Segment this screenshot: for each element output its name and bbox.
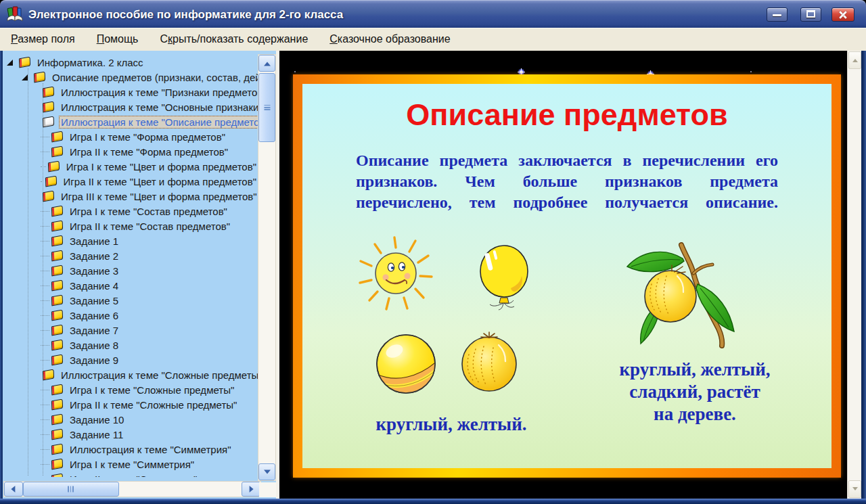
tree-item-label: Задание 11 [68, 428, 125, 441]
book-yellow-icon [51, 294, 63, 306]
vertical-scroll-thumb[interactable] [258, 73, 275, 142]
tree-item-label: Игра I к теме "Состав предметов" [68, 205, 229, 218]
tree-item-label: Задание 7 [68, 324, 120, 337]
close-button[interactable] [831, 7, 854, 22]
tree-item-label: Игра II к теме "Состав предметов" [68, 220, 232, 233]
tree-item[interactable]: Игра II к теме "Состав предметов" [3, 219, 258, 233]
tree-item[interactable]: Задание 2 [3, 248, 258, 263]
book-yellow-icon [19, 56, 30, 68]
scroll-down-button[interactable] [848, 480, 861, 498]
tree-item[interactable]: Задание 3 [3, 263, 258, 278]
tree-item-label: Задание 4 [68, 279, 120, 292]
slide-paragraph: Описание предмета заключается в перечисл… [356, 150, 778, 213]
tree-item[interactable]: Иллюстрация к теме "Основные признаки" [3, 99, 258, 114]
content-vertical-scrollbar[interactable] [847, 51, 862, 499]
tree-item[interactable]: Задание 11 [3, 427, 258, 442]
caption-line: круглый, желтый, [585, 359, 804, 381]
maximize-button[interactable] [800, 7, 821, 22]
tree-item[interactable]: Игра III к теме "Цвет и форма предметов" [3, 189, 258, 204]
tree-vertical-scrollbar[interactable] [258, 54, 276, 481]
tree-item[interactable]: Игра II к теме "Сложные предметы" [3, 397, 258, 412]
book-yellow-icon [43, 190, 54, 202]
title-bar: Электронное пособие по информатике для 2… [0, 0, 866, 28]
book-yellow-icon [51, 473, 63, 477]
caption-line: сладкий, растёт [585, 381, 804, 403]
book-yellow-icon [51, 384, 63, 395]
scroll-right-button[interactable] [242, 482, 260, 497]
tree-item[interactable]: Задание 4 [3, 278, 258, 293]
menu-item[interactable]: Скрыть/показать содержание [157, 31, 311, 47]
book-yellow-icon [51, 205, 63, 216]
tree-item[interactable]: Иллюстрация к теме "Описание предметов" [3, 114, 258, 129]
tree-item[interactable]: Игра II к теме "Цвет и форма предметов" [3, 174, 258, 189]
tree-item[interactable]: Описание предметов (признаки, состав, де… [3, 70, 258, 85]
book-yellow-icon [51, 145, 63, 157]
tree-item[interactable]: Задание 7 [3, 323, 258, 338]
book-yellow-icon [51, 458, 63, 469]
menu-item[interactable]: Размер поля [8, 31, 78, 47]
tree-item[interactable]: Иллюстрация к теме "Симметрия" [3, 442, 258, 457]
horizontal-scroll-thumb[interactable] [23, 482, 119, 497]
tree-item[interactable]: Иллюстрация к теме "Сложные предметы" [3, 367, 258, 382]
tree-item-label: Игра II к теме "Цвет и форма предметов" [62, 175, 258, 188]
tree-expander-icon[interactable] [22, 74, 28, 81]
tree-item[interactable]: Задание 6 [3, 308, 258, 323]
right-caption: круглый, желтый,сладкий, растётна дереве… [585, 359, 804, 426]
book-yellow-icon [48, 160, 60, 172]
tree-item[interactable]: Информатика. 2 класс [3, 55, 258, 70]
tree-item[interactable]: Игра I к теме "Симметрия" [3, 457, 258, 472]
content-panel: Описание предметов Описание предмета зак… [279, 51, 848, 499]
orange-on-branch-image [615, 242, 754, 357]
contents-tree-panel: Информатика. 2 классОписание предметов (… [3, 51, 279, 499]
window-frame-right [861, 51, 866, 504]
window-title: Электронное пособие по информатике для 2… [28, 0, 343, 28]
slide-card-inner: Описание предметов Описание предмета зак… [302, 84, 831, 468]
tree-item-label: Задание 3 [68, 265, 120, 277]
book-yellow-icon [34, 71, 45, 83]
scroll-left-button[interactable] [4, 482, 23, 497]
tree-item[interactable]: Задание 9 [3, 352, 258, 367]
minimize-button[interactable] [767, 7, 788, 22]
book-yellow-icon [51, 235, 63, 246]
tree-item-label: Задание 5 [68, 294, 120, 307]
tree-item-label: Игра II к теме "Симметрия" [68, 473, 199, 478]
scroll-down-button[interactable] [258, 463, 275, 480]
book-yellow-icon [51, 131, 63, 142]
tree-item-label: Игра I к теме "Сложные предметы" [68, 384, 236, 396]
tree-item[interactable]: Игра I к теме "Сложные предметы" [3, 382, 258, 397]
tree-item[interactable]: Игра II к теме "Симметрия" [3, 472, 258, 477]
tree-item-label: Информатика. 2 класс [35, 56, 145, 69]
tree-item-label: Иллюстрация к теме "Симметрия" [68, 443, 233, 456]
tree-item[interactable]: Игра I к теме "Цвет и форма предметов" [3, 159, 258, 174]
scroll-up-button[interactable] [258, 55, 275, 72]
tree-item[interactable]: Игра I к теме "Состав предметов" [3, 204, 258, 219]
tree-expander-icon[interactable] [7, 60, 13, 66]
tree-item-label: Игра I к теме "Форма предметов" [68, 131, 227, 143]
menu-item[interactable]: Помощь [94, 31, 141, 47]
tree-horizontal-scrollbar[interactable] [3, 481, 261, 497]
tree-item[interactable]: Игра I к теме "Форма предметов" [3, 129, 258, 144]
tree-item[interactable]: Задание 1 [3, 233, 258, 248]
tree-item-label: Иллюстрация к теме "Признаки предметов" [59, 86, 258, 99]
tree-item[interactable]: Иллюстрация к теме "Признаки предметов" [3, 85, 258, 99]
tree-item[interactable]: Задание 10 [3, 412, 258, 427]
book-yellow-icon [51, 398, 63, 410]
book-yellow-icon [51, 413, 63, 425]
book-yellow-icon [51, 339, 63, 350]
tree-item-label: Иллюстрация к теме "Сложные предметы" [59, 369, 258, 382]
scrollbar-corner [259, 482, 276, 497]
tree-item[interactable]: Задание 5 [3, 293, 258, 308]
striped-ball-image [373, 333, 440, 395]
tree-item-label: Игра II к теме "Сложные предметы" [68, 398, 239, 411]
menu-item[interactable]: Сказочное образование [327, 31, 453, 47]
tree-item[interactable]: Игра II к теме "Форма предметов" [3, 144, 258, 159]
tree-item-label: Игра I к теме "Симметрия" [68, 458, 196, 471]
tree-item-label: Игра I к теме "Цвет и форма предметов" [64, 160, 258, 173]
books-app-icon [6, 5, 24, 22]
scroll-up-button[interactable] [848, 51, 861, 69]
sun-image [350, 235, 445, 313]
window-frame-bottom [0, 499, 866, 504]
tree-item-label: Игра III к теме "Цвет и форма предметов" [59, 190, 258, 203]
tree-item-label: Задание 9 [68, 354, 120, 367]
tree-item[interactable]: Задание 8 [3, 338, 258, 352]
